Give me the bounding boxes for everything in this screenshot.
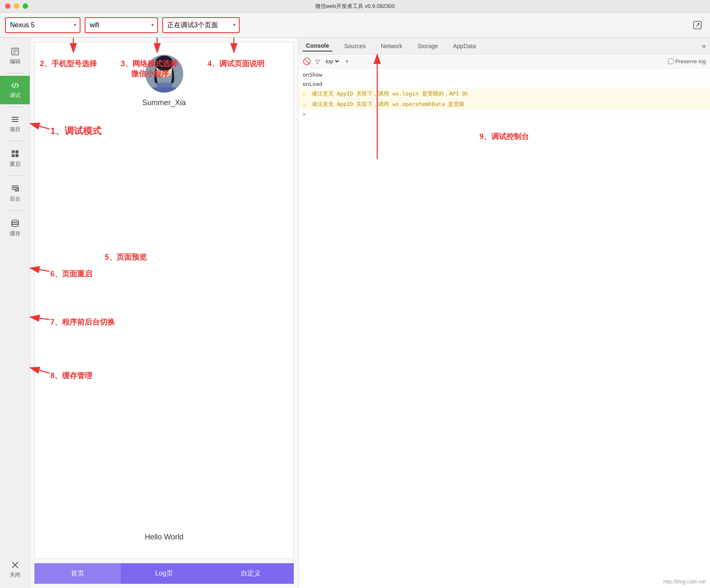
svg-line-6	[14, 83, 16, 88]
sidebar-divider-1	[6, 73, 24, 73]
debug-panel: Console Sources Network Storage AppData …	[298, 38, 710, 588]
svg-point-30	[155, 56, 174, 71]
window-title: 微信web开发者工具 v0.9.092300	[315, 3, 395, 10]
phone-tab-home[interactable]: 首页	[34, 563, 121, 584]
debug-console-annotation: 9、调试控制台	[298, 132, 710, 142]
console-prompt[interactable]: >	[298, 110, 710, 119]
debug-tabs: Console Sources Network Storage AppData …	[298, 38, 710, 54]
warning-icon-1: ⚠	[303, 90, 306, 97]
sidebar-divider-3	[6, 141, 24, 141]
sidebar-backend-label: 后台	[10, 195, 21, 203]
hello-world: Hello World	[145, 533, 184, 542]
inspect-button[interactable]	[690, 18, 705, 33]
phone-content: Summer_Xia Hello World	[34, 42, 294, 559]
wifi-select-wrapper: wifi 2G 3G 4G	[85, 17, 158, 33]
sidebar-divider-2	[6, 107, 24, 107]
window-controls	[5, 3, 28, 9]
watermark: http://blog.csdn.net	[663, 579, 706, 585]
sidebar-debug-label: 调试	[10, 92, 21, 99]
console-line-warning-2: ⚠ 请注意无 AppID 关联下，调用 wx.operateWXData 是受限	[298, 99, 710, 110]
page-select-wrapper: 正在调试3个页面 正在调试1个页面	[162, 17, 240, 33]
console-line-onshow: onShow	[298, 70, 710, 80]
cache-icon	[10, 218, 20, 228]
svg-rect-11	[16, 150, 18, 153]
code-icon	[10, 81, 20, 90]
preserve-log-area: Preserve log	[668, 58, 706, 64]
filter-icon[interactable]: ▽	[315, 58, 320, 65]
close-button[interactable]	[5, 3, 10, 9]
username: Summer_Xia	[142, 98, 186, 107]
sidebar-divider-4	[6, 175, 24, 176]
console-output: onShow onLoad ⚠ 请注意无 AppID 关联下，调用 wx.log…	[298, 69, 710, 588]
sidebar-item-cache[interactable]: 缓存	[0, 213, 30, 242]
restart-icon	[10, 149, 20, 159]
sidebar-restart-label: 重启	[10, 160, 21, 168]
main-layout: 编辑 调试 项目	[0, 38, 710, 588]
backend-icon	[10, 183, 20, 193]
warning-icon-2: ⚠	[303, 101, 306, 107]
tab-console[interactable]: Console	[303, 41, 332, 52]
maximize-button[interactable]	[23, 3, 28, 9]
tab-network[interactable]: Network	[378, 41, 406, 51]
page-select[interactable]: 正在调试3个页面 正在调试1个页面	[162, 17, 240, 33]
tab-storage[interactable]: Storage	[414, 41, 441, 51]
title-bar: 微信web开发者工具 v0.9.092300	[0, 0, 710, 13]
sidebar-item-edit[interactable]: 编辑	[0, 42, 30, 70]
sidebar-close-label: 关闭	[10, 571, 21, 579]
sidebar-item-project[interactable]: 项目	[0, 110, 30, 138]
tab-more[interactable]: »	[702, 42, 706, 50]
phone-tabs: 首页 Log页 自定义	[34, 563, 294, 584]
sidebar-item-restart[interactable]: 重启	[0, 144, 30, 173]
minimize-button[interactable]	[14, 3, 19, 9]
nexus-select[interactable]: Nexus 5 Nexus 6 iPhone 6	[5, 17, 80, 33]
toolbar: Nexus 5 Nexus 6 iPhone 6 wifi 2G 3G 4G 正…	[0, 13, 710, 38]
block-icon[interactable]: 🚫	[303, 57, 311, 65]
sidebar-item-debug[interactable]: 调试	[0, 76, 30, 104]
sidebar-cache-label: 缓存	[10, 230, 21, 237]
phone-tab-log[interactable]: Log页	[121, 563, 207, 584]
preserve-log-label: Preserve log	[675, 58, 706, 64]
user-avatar	[145, 55, 183, 93]
phone-tab-custom[interactable]: 自定义	[207, 563, 294, 584]
tab-appdata[interactable]: AppData	[450, 41, 479, 51]
sidebar: 编辑 调试 项目	[0, 38, 30, 588]
nexus-select-wrapper: Nexus 5 Nexus 6 iPhone 6	[5, 17, 80, 33]
wifi-select[interactable]: wifi 2G 3G 4G	[85, 17, 158, 33]
preview-area: Summer_Xia Hello World 首页 Log页 自定义	[30, 38, 298, 588]
svg-point-1	[698, 23, 700, 25]
sidebar-edit-label: 编辑	[10, 58, 21, 65]
edit-icon	[10, 47, 20, 56]
tab-sources[interactable]: Sources	[341, 41, 369, 51]
sidebar-project-label: 项目	[10, 126, 21, 133]
sidebar-item-backend[interactable]: 后台	[0, 178, 30, 208]
filter-arrow-icon: ▼	[345, 59, 350, 64]
console-line-warning-1: ⚠ 请注意无 AppID 关联下，调用 wx.login 是受限的，API 的	[298, 89, 710, 99]
close-icon	[10, 560, 20, 570]
preserve-log-checkbox[interactable]	[668, 59, 674, 64]
console-line-onload: onLoad	[298, 80, 710, 89]
console-toolbar: 🚫 ▽ top ▼ Preserve log	[298, 54, 710, 69]
sidebar-item-close[interactable]: 关闭	[0, 555, 30, 584]
sidebar-divider-5	[6, 210, 24, 211]
menu-icon	[10, 115, 20, 124]
context-select[interactable]: top	[324, 58, 340, 65]
svg-rect-13	[16, 154, 18, 157]
